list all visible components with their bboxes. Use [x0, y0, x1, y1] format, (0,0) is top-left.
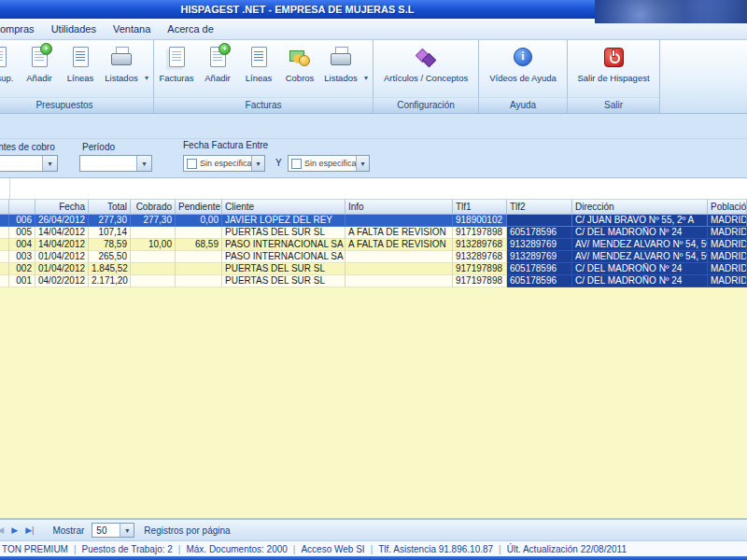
- nav-last-page-icon[interactable]: ▶|: [21, 525, 37, 535]
- window-border-bottom: [0, 556, 747, 560]
- invoice-date-range-label: Fecha Factura Entre: [183, 140, 268, 150]
- toolbar-button-label: Líneas: [67, 73, 94, 83]
- listados-dropdown-caret-icon[interactable]: ▾: [361, 43, 371, 97]
- page-size-select[interactable]: 50 ▾: [92, 523, 134, 538]
- cell-fecha: 04/02/2012: [35, 275, 89, 287]
- power-bar-icon: [613, 50, 614, 56]
- table-row[interactable]: 003 01/04/2012 265,50 PASO INTERNACIONAL…: [0, 251, 747, 263]
- menu-item-utilidades[interactable]: Utilidades: [43, 21, 105, 37]
- toolbar-button-presupuestos[interactable]: Presup.: [0, 43, 19, 97]
- cell-pendiente: [176, 275, 222, 287]
- header-cell-pendiente[interactable]: Pendiente: [176, 200, 222, 214]
- date-picker-value: Sin especificar: [200, 159, 251, 168]
- chevron-down-icon[interactable]: ▾: [120, 524, 134, 537]
- chevron-down-icon[interactable]: ▾: [136, 156, 151, 171]
- toolbar-button-cobros[interactable]: Cobros: [279, 43, 320, 97]
- status-separator: |: [68, 544, 82, 554]
- table-row[interactable]: 002 01/04/2012 1.845,52 PUERTAS DEL SUR …: [0, 263, 747, 275]
- power-icon: [602, 46, 625, 70]
- toolbar-button-label: Facturas: [160, 73, 194, 83]
- toolbar-button-articulos-conceptos[interactable]: Artículos / Conceptos: [375, 43, 476, 97]
- status-item-max-documentos: Máx. Documentos: 2000: [186, 544, 287, 554]
- menu-item-ventana[interactable]: Ventana: [105, 21, 159, 37]
- plus-badge-icon: +: [218, 43, 231, 55]
- cell-selector: [0, 263, 9, 275]
- status-item-edition: TON PREMIUM: [2, 544, 68, 554]
- application-window: HISPAGEST .NET - EMPRESA DE MUJERAS S.L …: [0, 0, 747, 560]
- info-glyph: i: [512, 49, 534, 63]
- and-label: Y: [275, 158, 282, 168]
- toolbar-button-videos-ayuda[interactable]: i Vídeos de Ayuda: [481, 43, 565, 97]
- chevron-down-icon[interactable]: ▾: [356, 156, 369, 171]
- show-label: Mostrar: [52, 525, 84, 536]
- table-row[interactable]: 001 04/02/2012 2.171,20 PUERTAS DEL SUR …: [0, 275, 747, 287]
- document-lines-icon: [247, 46, 270, 70]
- toolbar-button-presupuesto-listados[interactable]: Listados: [101, 43, 142, 97]
- status-separator: |: [365, 544, 379, 554]
- toolbar-button-salir[interactable]: Salir de Hispagest: [570, 43, 657, 97]
- nav-first-page-icon[interactable]: |◀: [0, 525, 7, 535]
- invoice-grid: Fecha Total Cobrado Pendiente Cliente In…: [0, 177, 747, 519]
- header-cell-cliente[interactable]: Cliente: [222, 200, 345, 214]
- header-cell-poblacion[interactable]: Población: [708, 200, 747, 214]
- chevron-down-icon[interactable]: ▾: [251, 156, 264, 171]
- toolbar-group-configuracion: Artículos / Conceptos Configuración: [374, 40, 479, 113]
- date-from-picker[interactable]: Sin especificar ▾: [183, 155, 265, 172]
- toolbar-button-presupuesto-anadir[interactable]: + Añadir: [19, 43, 60, 97]
- header-cell-total[interactable]: Total: [89, 200, 131, 214]
- toolbar-button-presupuesto-lineas[interactable]: Líneas: [60, 43, 101, 97]
- title-bar: HISPAGEST .NET - EMPRESA DE MUJERAS S.L: [0, 0, 747, 19]
- toolbar-button-label: Vídeos de Ayuda: [489, 73, 557, 83]
- nav-next-page-icon[interactable]: ▶: [7, 525, 21, 535]
- listados-dropdown-caret-icon[interactable]: ▾: [142, 43, 151, 97]
- header-cell-fecha[interactable]: Fecha: [35, 200, 89, 214]
- cell-total: 2.171,20: [89, 275, 131, 287]
- grid-filter-row[interactable]: [0, 177, 747, 200]
- cell-numero: 005: [9, 227, 35, 239]
- cell-selector: [0, 227, 9, 239]
- status-bar: TON PREMIUM | Puestos de Trabajo: 2 | Má…: [0, 540, 747, 556]
- cell-total: 78,59: [89, 239, 131, 251]
- cell-cliente: PASO INTERNACIONAL SA: [222, 239, 345, 251]
- cell-fecha: 14/04/2012: [35, 227, 89, 239]
- header-cell-direccion[interactable]: Dirección: [572, 200, 708, 214]
- cell-poblacion: MADRID: [708, 263, 747, 275]
- cell-poblacion: MADRID: [708, 239, 747, 251]
- toolbar-button-factura-anadir[interactable]: + Añadir: [197, 43, 238, 97]
- toolbar-button-facturas[interactable]: Facturas: [156, 43, 197, 97]
- checkbox-icon[interactable]: [291, 159, 302, 169]
- cell-poblacion: MADRID: [708, 227, 747, 239]
- toolbar-button-factura-lineas[interactable]: Líneas: [238, 43, 279, 97]
- period-filter-combo[interactable]: ▾: [79, 155, 152, 172]
- table-row[interactable]: 004 14/04/2012 78,59 10,00 68,59 PASO IN…: [0, 239, 747, 251]
- chevron-down-icon[interactable]: ▾: [42, 156, 57, 171]
- cell-tlf2: 913289769: [507, 239, 572, 251]
- desktop-background: [595, 0, 747, 23]
- cell-cliente: PUERTAS DEL SUR SL: [222, 227, 345, 239]
- cell-tlf1: 917197898: [453, 227, 507, 239]
- toolbar-button-label: Añadir: [26, 73, 51, 83]
- header-cell-cobrado[interactable]: Cobrado: [131, 200, 176, 214]
- header-cell-selector: [0, 200, 9, 214]
- pending-filter-combo[interactable]: ▾: [0, 155, 58, 172]
- date-to-picker[interactable]: Sin especificar ▾: [288, 155, 370, 172]
- cell-cobrado: 10,00: [131, 239, 176, 251]
- cell-pendiente: [176, 263, 222, 275]
- toolbar-button-factura-listados[interactable]: Listados: [320, 43, 361, 97]
- pager-bar: |◀ ▶ ▶| Mostrar 50 ▾ Registros por págin…: [0, 519, 747, 540]
- toolbar-button-label: Presup.: [0, 73, 13, 83]
- cell-tlf2: [507, 215, 572, 227]
- cell-direccion: C/ DEL MADROÑO Nº 24: [572, 275, 708, 287]
- header-cell-tlf2[interactable]: Tlf2: [507, 200, 572, 214]
- table-row[interactable]: 005 14/04/2012 107,14 PUERTAS DEL SUR SL…: [0, 227, 747, 239]
- cell-tlf2: 913289769: [507, 251, 572, 263]
- header-cell-numero[interactable]: [9, 200, 35, 214]
- checkbox-icon[interactable]: [187, 159, 197, 169]
- concepts-icon: [415, 46, 437, 70]
- header-cell-info[interactable]: Info: [345, 200, 453, 214]
- table-row[interactable]: 006 26/04/2012 277,30 277,30 0,00 JAVIER…: [0, 215, 747, 227]
- records-per-page-label: Registros por página: [144, 525, 230, 536]
- menu-item-acerca-de[interactable]: Acerca de: [159, 21, 222, 37]
- header-cell-tlf1[interactable]: Tlf1: [453, 200, 507, 214]
- menu-item-compras[interactable]: Compras: [0, 21, 43, 37]
